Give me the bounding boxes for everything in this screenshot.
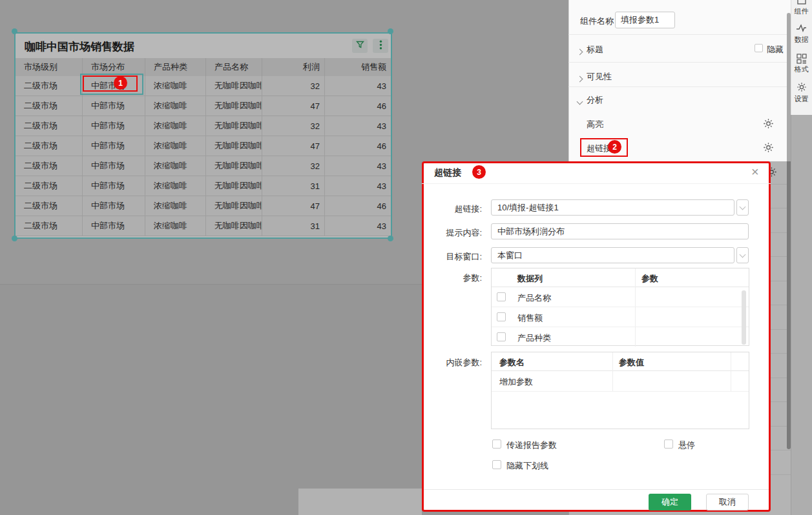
dialog-title: 超链接 (434, 167, 461, 179)
chevron-down-icon (740, 203, 746, 210)
section-title[interactable]: 标题 (587, 44, 603, 56)
tab-data[interactable]: 数据 (791, 35, 812, 45)
hyperlink-select[interactable]: 10/填报-超链接1 (491, 199, 734, 216)
settings-gear-icon (796, 82, 807, 92)
modal-dim-overlay (791, 115, 812, 515)
embed-params-label: 内嵌参数: (398, 357, 482, 369)
hide-underline-checkbox[interactable] (492, 460, 501, 469)
embed-params-table: 参数名 参数值 增加参数 (491, 352, 749, 429)
param-row-label[interactable]: 产品名称 (517, 292, 551, 304)
hyperlink-select-value: 10/填报-超链接1 (497, 202, 559, 214)
tip-field-label: 提示内容: (398, 227, 482, 239)
target-window-value: 本窗口 (497, 250, 523, 261)
hover-checkbox[interactable] (664, 439, 673, 449)
hyperlink-select-dropdown-button[interactable] (736, 199, 749, 216)
title-section-chevron-icon (578, 46, 582, 56)
target-window-label: 目标窗口: (398, 251, 482, 263)
tab-format[interactable]: 格式 (791, 65, 812, 74)
component-tab-icon (797, 0, 808, 6)
params-label: 参数: (398, 272, 482, 284)
embed-col-header-name: 参数名 (499, 357, 525, 369)
chevron-down-icon (740, 251, 746, 258)
embed-col-header-value: 参数值 (619, 357, 644, 369)
param-row-checkbox[interactable] (497, 312, 506, 321)
params-col-header-param: 参数 (641, 273, 658, 285)
annotation-badge-1: 1 (114, 76, 127, 90)
cancel-button[interactable]: 取消 (706, 494, 749, 510)
component-name-value: 填报参数1 (621, 14, 659, 26)
param-row-checkbox[interactable] (497, 292, 506, 301)
params-table-scrollbar[interactable] (742, 290, 746, 345)
panel-divider (568, 86, 791, 87)
panel-divider (568, 62, 791, 63)
highlight-gear-icon[interactable] (763, 118, 774, 129)
add-parameter-row[interactable]: 增加参数 (499, 376, 533, 388)
section-analysis[interactable]: 分析 (587, 94, 603, 106)
hover-label: 悬停 (678, 439, 695, 451)
tip-input[interactable]: 中部市场利润分布 (491, 223, 749, 239)
data-wave-icon (796, 23, 807, 33)
hyperlink-gear-icon[interactable] (763, 142, 774, 153)
component-name-label: 组件名称 (580, 15, 614, 27)
target-window-select[interactable]: 本窗口 (491, 247, 734, 263)
format-grid-icon (796, 54, 807, 63)
tab-component[interactable]: 组件 (791, 6, 812, 16)
dialog-header-divider (422, 183, 771, 184)
component-name-input[interactable]: 填报参数1 (615, 12, 675, 28)
tab-settings[interactable]: 设置 (791, 94, 812, 104)
section-visibility[interactable]: 可见性 (587, 71, 612, 83)
hide-underline-label: 隐藏下划线 (506, 460, 548, 472)
annotation-badge-3: 3 (472, 165, 486, 179)
hyperlink-field-label: 超链接: (398, 203, 482, 215)
tip-input-value: 中部市场利润分布 (497, 226, 565, 237)
param-row-label[interactable]: 产品种类 (517, 332, 551, 344)
hide-checkbox-label: 隐藏 (767, 44, 784, 56)
params-table: 数据列 参数 产品名称 销售额 产品种类 (491, 268, 749, 346)
pass-report-params-checkbox[interactable] (492, 439, 501, 449)
visibility-section-chevron-icon (578, 74, 582, 83)
ok-button[interactable]: 确定 (649, 494, 691, 510)
designer-screen: 咖啡中国市场销售数据 市场级别 市场分布 产品种类 产品名称 利润 销售额 二级… (0, 0, 812, 515)
annotation-rect-cell (83, 76, 138, 92)
param-row-checkbox[interactable] (497, 332, 506, 341)
analysis-section-chevron-icon (578, 96, 582, 106)
param-row-label[interactable]: 销售额 (517, 312, 543, 324)
close-icon[interactable]: × (751, 165, 759, 179)
hide-checkbox[interactable] (755, 44, 763, 52)
analysis-item-highlight[interactable]: 高亮 (587, 119, 603, 130)
panel-divider (568, 34, 791, 35)
target-window-dropdown-button[interactable] (736, 247, 749, 263)
dialog-footer-divider (424, 489, 769, 490)
pass-report-params-label: 传递报告参数 (506, 439, 557, 451)
params-col-header-datacolumn: 数据列 (517, 273, 543, 285)
annotation-badge-2: 2 (608, 140, 621, 154)
